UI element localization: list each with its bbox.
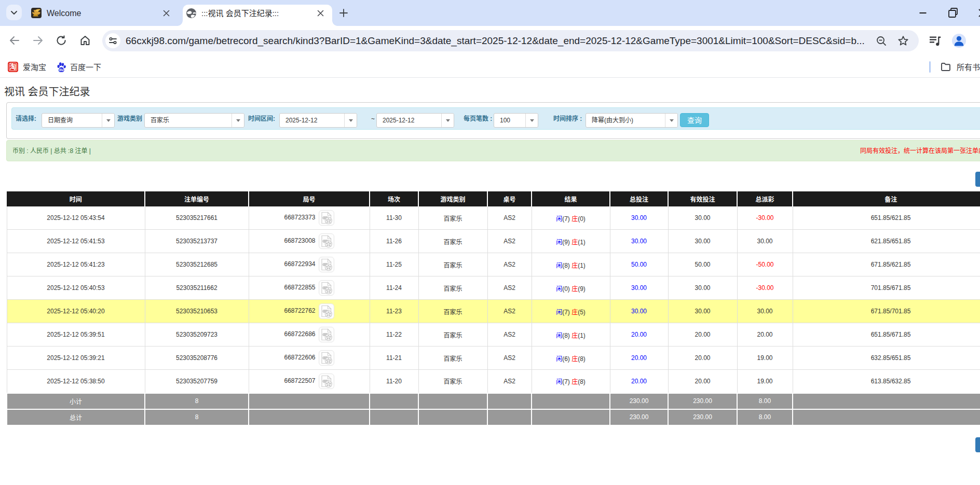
svg-text:du: du xyxy=(59,68,64,72)
